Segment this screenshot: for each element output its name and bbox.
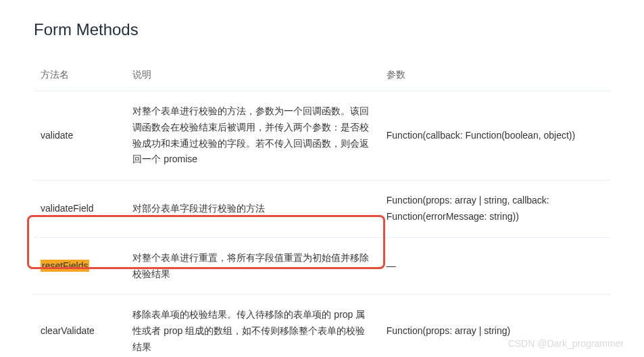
method-name-cell: validate — [34, 91, 126, 181]
header-method-name: 方法名 — [34, 60, 126, 91]
method-param-cell: Function(callback: Function(boolean, obj… — [380, 91, 610, 181]
method-name-cell: validateField — [34, 181, 126, 238]
section-title: Form Methods — [34, 20, 610, 39]
methods-table: 方法名 说明 参数 validate 对整个表单进行校验的方法，参数为一个回调函… — [34, 60, 610, 357]
watermark: CSDN @Dark_programmer — [508, 338, 624, 349]
method-name-cell: clearValidate — [34, 295, 126, 357]
method-param-cell: — — [380, 237, 610, 295]
method-name-cell: resetFields — [34, 237, 126, 295]
method-desc-cell: 对整个表单进行校验的方法，参数为一个回调函数。该回调函数会在校验结束后被调用，并… — [126, 91, 379, 181]
method-param-cell: Function(props: array | string, callback… — [380, 181, 610, 238]
table-row: validateField 对部分表单字段进行校验的方法 Function(pr… — [34, 181, 610, 238]
header-description: 说明 — [126, 60, 379, 91]
method-desc-cell: 对整个表单进行重置，将所有字段值重置为初始值并移除校验结果 — [126, 237, 379, 295]
highlighted-method-name: resetFields — [41, 260, 89, 272]
header-parameters: 参数 — [380, 60, 610, 91]
method-desc-cell: 对部分表单字段进行校验的方法 — [126, 181, 379, 238]
method-desc-cell: 移除表单项的校验结果。传入待移除的表单项的 prop 属性或者 prop 组成的… — [126, 295, 379, 357]
table-row-highlighted: resetFields 对整个表单进行重置，将所有字段值重置为初始值并移除校验结… — [34, 237, 610, 295]
table-row: validate 对整个表单进行校验的方法，参数为一个回调函数。该回调函数会在校… — [34, 91, 610, 181]
